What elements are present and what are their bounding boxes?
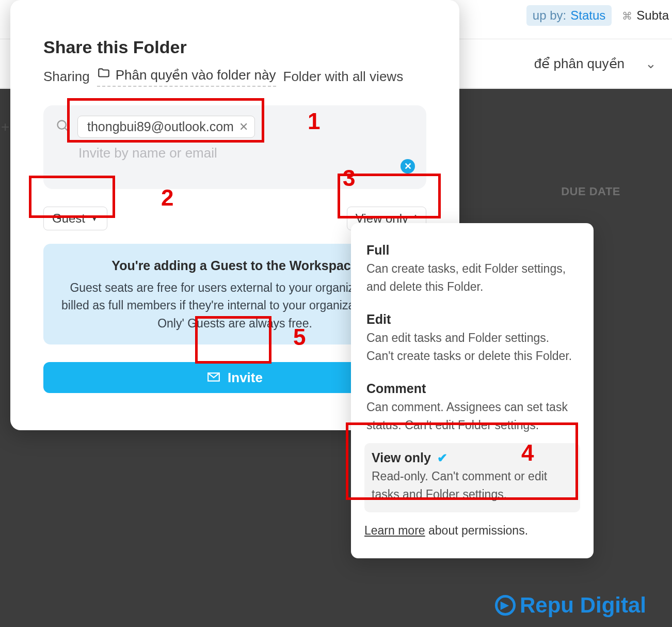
modal-title: Share this Folder (43, 37, 426, 57)
subtasks-label: Subta (636, 8, 669, 23)
clear-input-icon[interactable]: ✕ (401, 159, 415, 174)
learn-more-suffix: about permissions. (425, 524, 528, 537)
learn-more-link[interactable]: Learn more (364, 524, 425, 537)
perm-option-full[interactable]: Full Can create tasks, edit Folder setti… (364, 236, 580, 305)
watermark-icon (495, 595, 516, 616)
perm-option-desc: Can edit tasks and Folder settings. Can'… (366, 329, 578, 365)
annotation-box-2 (29, 176, 115, 218)
groupby-pill[interactable]: up by: Status (526, 5, 612, 26)
groupby-value: Status (570, 8, 605, 23)
groupby-label: up by: (533, 8, 566, 23)
invite-button-label: Invite (228, 370, 263, 386)
annotation-num-5: 5 (293, 324, 306, 350)
annotation-box-5 (195, 316, 271, 364)
annotation-num-1: 1 (308, 108, 320, 134)
learn-more-row: Learn more about permissions. (364, 524, 580, 538)
folder-suffix: Folder with all views (283, 69, 404, 85)
folder-chip[interactable]: Phân quyền vào folder này (97, 67, 276, 87)
perm-option-name: Comment (366, 381, 578, 396)
bg-permission-label: để phân quyền (534, 56, 625, 72)
envelope-icon (207, 370, 220, 386)
perm-option-desc: Can create tasks, edit Folder settings, … (366, 260, 578, 295)
annotation-num-3: 3 (343, 165, 355, 191)
subtasks-button[interactable]: Subta (622, 8, 672, 23)
folder-name: Phân quyền vào folder này (116, 67, 276, 83)
invite-placeholder: Invite by name or email (56, 145, 414, 161)
folder-icon (97, 67, 110, 84)
svg-point-0 (58, 120, 66, 129)
sharing-label: Sharing (43, 69, 90, 85)
permission-dropdown: Full Can create tasks, edit Folder setti… (351, 223, 594, 558)
plus-icon[interactable]: + (1, 119, 9, 135)
annotation-num-4: 4 (521, 440, 534, 466)
subtasks-icon (622, 8, 632, 23)
watermark-text: Repu Digital (520, 593, 646, 618)
annotation-num-2: 2 (161, 185, 173, 211)
watermark-logo: Repu Digital (495, 593, 646, 618)
perm-option-name: Edit (366, 312, 578, 327)
annotation-box-1 (67, 98, 264, 143)
perm-option-edit[interactable]: Edit Can edit tasks and Folder settings.… (364, 305, 580, 374)
chevron-down-icon: ⌄ (645, 56, 657, 72)
perm-option-name: Full (366, 243, 578, 258)
annotation-box-4 (346, 422, 578, 500)
bg-permission-dropdown[interactable]: để phân quyền ⌄ (534, 56, 657, 72)
sharing-subtitle: Sharing Phân quyền vào folder này Folder… (43, 67, 426, 87)
due-date-header: DUE DATE (561, 185, 620, 198)
